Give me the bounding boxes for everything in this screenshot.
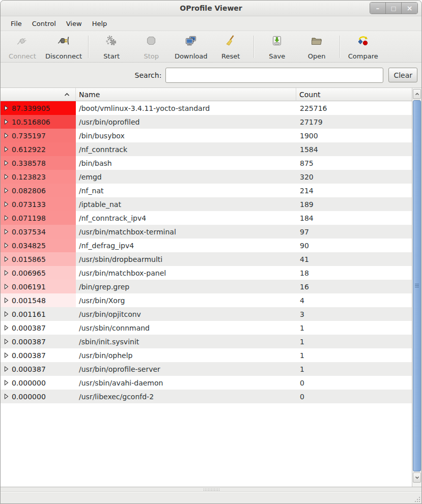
reset-label: Reset (221, 52, 240, 60)
maximize-button[interactable]: □ (386, 3, 402, 14)
row-count: 184 (296, 211, 412, 225)
expander-icon[interactable] (4, 174, 9, 180)
start-button[interactable]: Start (92, 34, 131, 60)
column-header-name[interactable]: Name (76, 88, 296, 101)
table-row[interactable]: 0.338578 /bin/bash 875 (1, 156, 412, 170)
menu-file[interactable]: File (6, 17, 27, 30)
row-percent: 0.034825 (12, 242, 46, 250)
scrollbar-thumb[interactable] (413, 100, 421, 471)
table-row[interactable]: 0.735197 /bin/busybox 1900 (1, 129, 412, 142)
table-row[interactable]: 0.006965 /usr/bin/matchbox-panel 18 (1, 266, 412, 280)
expander-icon[interactable] (4, 284, 9, 289)
table-row[interactable]: 0.000387 /usr/bin/oprofile-server 1 (1, 362, 412, 376)
search-input[interactable] (165, 68, 383, 83)
expander-icon[interactable] (4, 311, 9, 317)
row-percent: 0.000000 (12, 379, 46, 387)
chevron-down-icon (415, 476, 419, 479)
expander-icon[interactable] (4, 160, 9, 166)
menu-control[interactable]: Control (27, 17, 61, 30)
expander-icon[interactable] (4, 243, 9, 248)
expander-icon[interactable] (4, 256, 9, 262)
table-row[interactable]: 0.123823 /emgd 320 (1, 170, 412, 184)
expander-icon[interactable] (4, 380, 9, 386)
vertical-scrollbar[interactable] (412, 88, 421, 487)
row-percent: 0.612922 (12, 145, 46, 154)
row-name: /usr/bin/Xorg (76, 293, 296, 307)
resize-grip-icon[interactable] (414, 496, 420, 502)
expander-icon[interactable] (4, 119, 9, 125)
table-row[interactable]: 0.000000 /usr/sbin/avahi-daemon 0 (1, 376, 412, 390)
expander-icon[interactable] (4, 270, 9, 276)
compare-button[interactable]: Compare (343, 34, 383, 60)
close-button[interactable]: × (402, 3, 417, 14)
download-button[interactable]: Download (171, 34, 211, 60)
row-name: /usr/sbin/connmand (76, 321, 296, 335)
table-row[interactable]: 0.000387 /sbin/init.sysvinit 1 (1, 335, 412, 348)
table-row[interactable]: 0.073133 /iptable_nat 189 (1, 197, 412, 211)
row-name: /usr/sbin/dropbearmulti (76, 252, 296, 266)
row-count: 189 (296, 197, 412, 211)
table-row[interactable]: 0.071198 /nf_conntrack_ipv4 184 (1, 211, 412, 225)
expander-icon[interactable] (4, 298, 9, 303)
expander-icon[interactable] (4, 201, 9, 207)
open-label: Open (308, 52, 326, 60)
pane-splitter[interactable] (1, 487, 421, 491)
table-row[interactable]: 0.006191 /bin/grep.grep 16 (1, 280, 412, 293)
menu-view[interactable]: View (61, 17, 87, 30)
scroll-up-button[interactable] (413, 89, 421, 99)
row-count: 225716 (296, 101, 412, 115)
table-row[interactable]: 87.339905 /boot/vmlinux-3.4.11-yocto-sta… (1, 101, 412, 115)
menubar: File Control View Help (1, 16, 421, 31)
menu-help[interactable]: Help (87, 17, 112, 30)
row-name: /bin/grep.grep (76, 280, 296, 293)
table-row[interactable]: 0.001548 /usr/bin/Xorg 4 (1, 293, 412, 307)
expander-icon[interactable] (4, 215, 9, 221)
row-name: /emgd (76, 170, 296, 184)
minimize-button[interactable]: – (370, 3, 386, 14)
table-row[interactable]: 10.516806 /usr/bin/oprofiled 27179 (1, 115, 412, 129)
table-row[interactable]: 0.612922 /nf_conntrack 1584 (1, 142, 412, 156)
toolbar-separator (340, 36, 340, 58)
reset-icon (224, 34, 237, 47)
titlebar[interactable]: OProfile Viewer – □ × (1, 1, 421, 16)
expander-icon[interactable] (4, 146, 9, 152)
expander-icon[interactable] (4, 325, 9, 331)
column-header-count[interactable]: Count (296, 88, 412, 101)
row-count: 4 (296, 293, 412, 307)
table-row[interactable]: 0.015865 /usr/sbin/dropbearmulti 41 (1, 252, 412, 266)
row-name: /nf_conntrack_ipv4 (76, 211, 296, 225)
row-percent: 0.000387 (12, 324, 46, 332)
row-percent-cell: 0.000387 (1, 321, 76, 335)
expander-icon[interactable] (4, 394, 9, 399)
toolbar-separator (254, 36, 254, 58)
disconnect-icon (58, 34, 70, 47)
name-column-label: Name (79, 91, 100, 99)
expander-icon[interactable] (4, 352, 9, 358)
table-row[interactable]: 0.034825 /nf_defrag_ipv4 90 (1, 239, 412, 252)
disconnect-button[interactable]: Disconnect (42, 34, 85, 60)
search-label: Search: (135, 71, 162, 79)
column-header-percent[interactable] (1, 88, 76, 101)
row-percent: 0.071198 (12, 214, 46, 222)
expander-icon[interactable] (4, 339, 9, 344)
row-percent-cell: 0.123823 (1, 170, 76, 184)
save-button[interactable]: Save (257, 34, 297, 60)
reset-button[interactable]: Reset (211, 34, 250, 60)
expander-icon[interactable] (4, 366, 9, 372)
start-icon (105, 34, 118, 47)
expander-icon[interactable] (4, 229, 9, 234)
expander-icon[interactable] (4, 133, 9, 138)
table-row[interactable]: 0.001161 /usr/bin/opjitconv 3 (1, 307, 412, 321)
table-row[interactable]: 0.037534 /usr/bin/matchbox-terminal 97 (1, 225, 412, 239)
table-row[interactable]: 0.000387 /usr/sbin/connmand 1 (1, 321, 412, 335)
expander-icon[interactable] (4, 188, 9, 193)
table-row[interactable]: 0.000000 /usr/libexec/gconfd-2 0 (1, 390, 412, 403)
clear-button[interactable]: Clear (388, 68, 417, 82)
open-button[interactable]: Open (297, 34, 336, 60)
table-row[interactable]: 0.000387 /usr/bin/ophelp 1 (1, 348, 412, 362)
stop-button[interactable]: Stop (131, 34, 171, 60)
table-row[interactable]: 0.082806 /nf_nat 214 (1, 184, 412, 197)
connect-button[interactable]: Connect (3, 34, 42, 60)
scroll-down-button[interactable] (413, 472, 421, 483)
expander-icon[interactable] (4, 105, 9, 111)
